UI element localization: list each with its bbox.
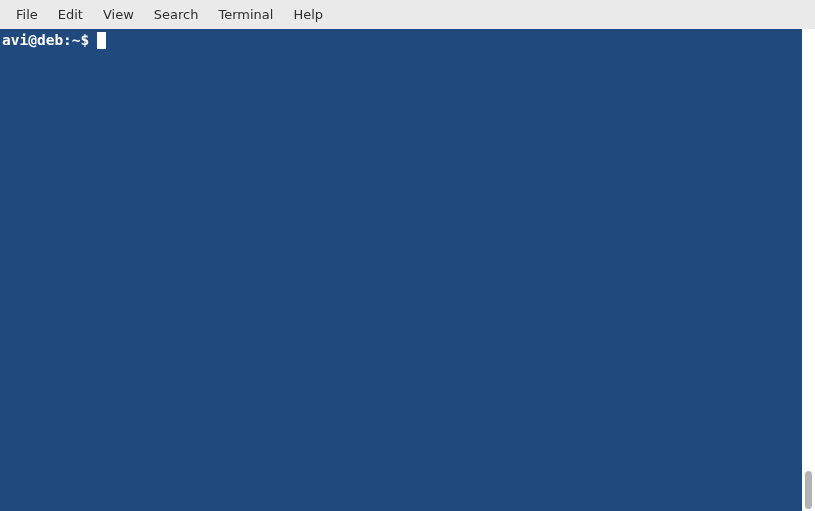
menu-edit[interactable]: Edit <box>48 3 93 26</box>
menu-view[interactable]: View <box>93 3 144 26</box>
terminal-area[interactable]: avi@deb:~$ <box>0 29 802 511</box>
scrollbar-thumb[interactable] <box>805 471 812 509</box>
menu-file[interactable]: File <box>6 3 48 26</box>
scrollbar-track[interactable] <box>802 29 815 511</box>
cursor-icon <box>97 32 106 49</box>
menu-search[interactable]: Search <box>144 3 209 26</box>
terminal-content[interactable]: avi@deb:~$ <box>0 29 802 511</box>
menu-help[interactable]: Help <box>283 3 333 26</box>
prompt-line: avi@deb:~$ <box>2 31 800 49</box>
prompt-text: avi@deb:~$ <box>2 31 89 49</box>
menubar: File Edit View Search Terminal Help <box>0 0 815 29</box>
menu-terminal[interactable]: Terminal <box>208 3 283 26</box>
